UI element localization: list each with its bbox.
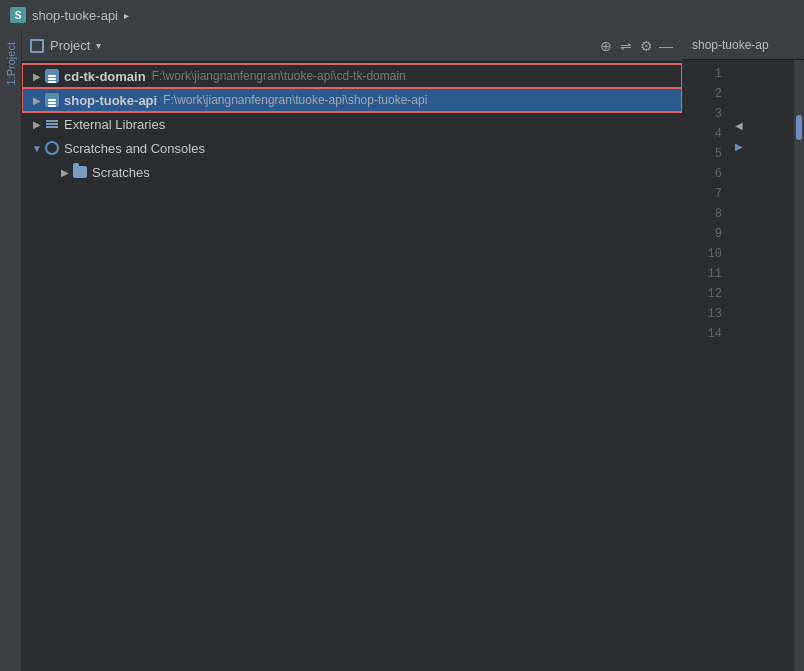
project-panel: Project ▾ ⊕ ⇌ ⚙ — ▶ cd-tk-domain F:\work… xyxy=(22,30,682,671)
expand-arrow-scratches[interactable]: ▼ xyxy=(30,141,44,155)
side-tab-label[interactable]: 1:Project xyxy=(3,34,19,93)
main-layout: 1:Project Project ▾ ⊕ ⇌ ⚙ — ▶ cd-tk-doma… xyxy=(0,30,804,671)
line-number-7: 7 xyxy=(715,184,722,204)
module-icon-cd-tk xyxy=(44,68,60,84)
expand-arrow-scratches-child[interactable]: ▶ xyxy=(58,165,72,179)
editor-content: 1234567891011121314 ◀ ▶ xyxy=(682,60,804,671)
module-icon-shop xyxy=(44,92,60,108)
side-tab[interactable]: 1:Project xyxy=(0,30,22,671)
line-number-5: 5 xyxy=(715,144,722,164)
expand-arrow-shop[interactable]: ▶ xyxy=(30,93,44,107)
item-name-ext-lib: External Libraries xyxy=(64,117,165,132)
line-number-3: 3 xyxy=(715,104,722,124)
collapse-right-icon[interactable]: ▶ xyxy=(735,141,743,152)
line-number-2: 2 xyxy=(715,84,722,104)
globe-icon[interactable]: ⊕ xyxy=(598,38,614,54)
line-number-6: 6 xyxy=(715,164,722,184)
collapse-controls: ◀ ▶ xyxy=(732,60,746,671)
item-path-shop: F:\work\jiangnanfengran\tuoke-api\shop-t… xyxy=(163,93,427,107)
title-bar: S shop-tuoke-api ▸ xyxy=(0,0,804,30)
line-number-14: 14 xyxy=(708,324,722,344)
item-name-scratches: Scratches xyxy=(92,165,150,180)
scratches-root-icon xyxy=(44,140,60,156)
line-number-8: 8 xyxy=(715,204,722,224)
title-arrow: ▸ xyxy=(124,10,129,21)
line-number-1: 1 xyxy=(715,64,722,84)
title-text: shop-tuoke-api xyxy=(32,8,118,23)
tree-item-external-libraries[interactable]: ▶ External Libraries xyxy=(22,112,682,136)
project-toolbar: Project ▾ ⊕ ⇌ ⚙ — xyxy=(22,30,682,62)
gear-icon[interactable]: ⚙ xyxy=(638,38,654,54)
item-name-cd-tk: cd-tk-domain xyxy=(64,69,146,84)
dropdown-arrow[interactable]: ▾ xyxy=(96,40,101,51)
app-icon: S xyxy=(10,7,26,23)
tree-item-cd-tk-domain[interactable]: ▶ cd-tk-domain F:\work\jiangnanfengran\t… xyxy=(22,64,682,88)
folder-icon-scratches xyxy=(72,164,88,180)
line-number-13: 13 xyxy=(708,304,722,324)
line-number-10: 10 xyxy=(708,244,722,264)
item-name-shop: shop-tuoke-api xyxy=(64,93,157,108)
tree-item-scratches[interactable]: ▶ Scratches xyxy=(22,160,682,184)
expand-arrow-ext[interactable]: ▶ xyxy=(30,117,44,131)
line-numbers: 1234567891011121314 xyxy=(682,60,732,671)
collapse-left-icon[interactable]: ◀ xyxy=(735,120,743,131)
vertical-scrollbar[interactable] xyxy=(794,60,804,671)
scroll-thumb xyxy=(796,115,802,140)
editor-tab-bar: shop-tuoke-ap xyxy=(682,30,804,60)
line-number-4: 4 xyxy=(715,124,722,144)
item-path-cd-tk: F:\work\jiangnanfengran\tuoke-api\cd-tk-… xyxy=(152,69,406,83)
tree-item-scratches-consoles[interactable]: ▼ Scratches and Consoles xyxy=(22,136,682,160)
editor-area: shop-tuoke-ap 1234567891011121314 ◀ ▶ xyxy=(682,30,804,671)
editor-tab-label[interactable]: shop-tuoke-ap xyxy=(692,38,769,52)
line-number-11: 11 xyxy=(708,264,722,284)
library-icon xyxy=(44,116,60,132)
project-label: Project xyxy=(50,38,90,53)
minus-icon[interactable]: — xyxy=(658,38,674,54)
tree-area: ▶ cd-tk-domain F:\work\jiangnanfengran\t… xyxy=(22,62,682,671)
expand-arrow-cd-tk[interactable]: ▶ xyxy=(30,69,44,83)
folder-icon xyxy=(30,39,44,53)
tree-item-shop-tuoke-api[interactable]: ▶ shop-tuoke-api F:\work\jiangnanfengran… xyxy=(22,88,682,112)
item-name-scratches-consoles: Scratches and Consoles xyxy=(64,141,205,156)
line-number-9: 9 xyxy=(715,224,722,244)
line-number-12: 12 xyxy=(708,284,722,304)
split-icon[interactable]: ⇌ xyxy=(618,38,634,54)
